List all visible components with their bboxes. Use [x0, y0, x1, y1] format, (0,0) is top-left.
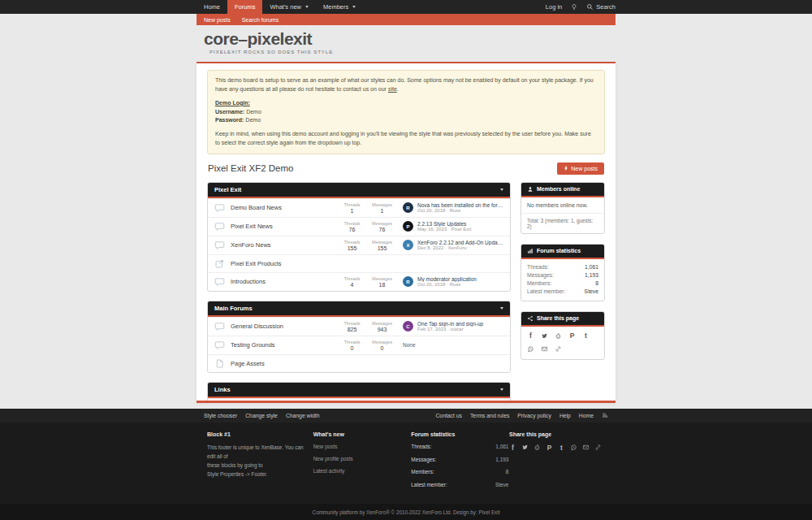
- help-link[interactable]: Help: [559, 413, 571, 418]
- external-link-icon: [214, 258, 225, 269]
- forum-name[interactable]: Demo Board News: [231, 204, 337, 211]
- messages-stat: Messages0: [367, 340, 397, 351]
- contact-us-link[interactable]: Contact us: [435, 413, 462, 418]
- tumblr-icon[interactable]: t: [558, 444, 565, 451]
- site-logo[interactable]: core–pixelexit: [204, 29, 608, 49]
- footer-block-1-title: Block #1: [207, 431, 313, 437]
- facebook-icon[interactable]: f: [509, 444, 516, 451]
- forum-name[interactable]: General Discussion: [231, 323, 337, 330]
- share-block: Share this page f P t: [520, 311, 605, 360]
- reddit-icon[interactable]: [555, 332, 562, 340]
- latest-member-link[interactable]: Steve: [585, 288, 598, 294]
- forum-row[interactable]: Pixel Exit News Threads76 Messages76 P 2…: [208, 217, 510, 236]
- forum-row[interactable]: Testing Grounds Threads0 Messages0 None: [208, 336, 510, 354]
- link-icon[interactable]: [555, 345, 562, 353]
- subnav-new-posts[interactable]: New posts: [204, 17, 231, 23]
- style-bulb-icon[interactable]: [571, 3, 577, 11]
- avatar[interactable]: R: [403, 276, 413, 287]
- threads-stat: Threads1: [337, 202, 367, 214]
- search-icon: [586, 3, 594, 11]
- nav-tab-members[interactable]: Members: [316, 0, 363, 14]
- forum-name[interactable]: Introductions: [231, 278, 337, 285]
- link-icon[interactable]: [594, 444, 602, 451]
- nav-tab-home[interactable]: Home: [197, 0, 227, 14]
- chevron-down-icon[interactable]: [500, 188, 503, 191]
- twitter-icon[interactable]: [541, 332, 548, 340]
- avatar[interactable]: R: [403, 202, 413, 213]
- nav-tab-whats-new-label: What's new: [270, 3, 301, 11]
- forum-name[interactable]: Pixel Exit Products: [231, 260, 503, 267]
- forum-row[interactable]: Introductions Threads4 Messages18 R My m…: [208, 272, 510, 291]
- rss-icon[interactable]: [602, 412, 608, 419]
- avatar[interactable]: C: [403, 321, 413, 332]
- page-file-icon: [214, 358, 225, 369]
- site-link[interactable]: site: [388, 86, 397, 92]
- footer-latest-member-link[interactable]: Steve: [495, 482, 508, 488]
- chevron-down-icon[interactable]: [500, 388, 503, 391]
- notice-paragraph-1: This demo board is setup to serve as an …: [215, 76, 597, 94]
- threads-stat: Threads76: [337, 221, 367, 232]
- nav-tab-whats-new[interactable]: What's new: [262, 0, 316, 14]
- pinterest-icon[interactable]: P: [568, 332, 576, 340]
- forum-row[interactable]: Page Assets: [208, 354, 510, 372]
- forum-name[interactable]: Testing Grounds: [231, 341, 337, 349]
- chevron-down-icon[interactable]: [500, 307, 503, 310]
- email-icon[interactable]: [541, 345, 548, 353]
- latest-thread-link[interactable]: One Tap sign-in and sign-up: [417, 321, 503, 327]
- latest-thread-link[interactable]: Nova has been installed on the forum!: [417, 202, 503, 208]
- change-style-link[interactable]: Change style: [245, 413, 278, 418]
- forum-row[interactable]: Pixel Exit Main Site: [208, 398, 510, 403]
- latest-thread-meta: Oct 20, 2018 · Russ: [417, 282, 503, 287]
- email-icon[interactable]: [582, 444, 590, 451]
- forum-statistics-title: Forum statistics: [537, 248, 581, 254]
- pinterest-icon[interactable]: P: [546, 444, 553, 451]
- forum-name[interactable]: XenForo News: [231, 241, 337, 249]
- share-title: Share this page: [537, 315, 579, 321]
- forum-row[interactable]: General Discussion Threads825 Messages94…: [208, 317, 510, 336]
- members-icon: [527, 186, 533, 193]
- subnav-search-forums[interactable]: Search forums: [242, 17, 279, 23]
- category-header[interactable]: Main Forums: [208, 301, 510, 317]
- facebook-icon[interactable]: f: [527, 332, 534, 340]
- footer-whats-new-title: What's new: [313, 431, 411, 437]
- privacy-policy-link[interactable]: Privacy policy: [517, 413, 551, 418]
- whatsapp-icon[interactable]: [527, 345, 534, 353]
- twitter-icon[interactable]: [521, 444, 529, 451]
- whatsapp-icon[interactable]: [570, 444, 577, 451]
- category-header[interactable]: Pixel Exit: [208, 183, 510, 198]
- new-posts-button[interactable]: New posts: [557, 162, 604, 175]
- forum-row[interactable]: XenForo News Threads155 Messages155 X Xe…: [208, 236, 510, 254]
- avatar[interactable]: X: [403, 240, 413, 250]
- change-width-link[interactable]: Change width: [286, 413, 320, 418]
- stat-row: Members:8: [521, 280, 604, 288]
- nav-tab-forums-label: Forums: [235, 3, 255, 11]
- sub-nav: New posts Search forums: [197, 14, 615, 25]
- terms-rules-link[interactable]: Terms and rules: [470, 413, 509, 418]
- nav-tab-forums[interactable]: Forums: [227, 0, 262, 14]
- search-button[interactable]: Search: [586, 3, 615, 11]
- footer-latest-activity-link[interactable]: Latest activity: [313, 468, 411, 474]
- home-link[interactable]: Home: [579, 413, 594, 418]
- reddit-icon[interactable]: [533, 444, 541, 451]
- avatar[interactable]: P: [403, 221, 413, 232]
- forum-row[interactable]: Pixel Exit Products: [208, 254, 510, 272]
- login-link[interactable]: Log in: [546, 3, 562, 11]
- tumblr-icon[interactable]: t: [582, 332, 590, 340]
- latest-thread-link[interactable]: My moderator application: [417, 276, 503, 282]
- forum-row[interactable]: Demo Board News Threads1 Messages1 R Nov…: [208, 198, 510, 217]
- forum-name[interactable]: Page Assets: [231, 360, 503, 367]
- category-header[interactable]: Links: [208, 383, 510, 398]
- latest-thread-link[interactable]: XenForo 2.2.12 and Add-On Updates ...: [417, 240, 503, 245]
- category-title: Pixel Exit: [214, 186, 241, 193]
- forum-bubble-icon: [214, 276, 225, 287]
- header-band: core–pixelexit PIXELEXIT ROCKS SO DOES T…: [0, 25, 812, 63]
- latest-thread-meta: May 16, 2023 · Pixel Exit: [417, 227, 503, 232]
- chevron-down-icon: [305, 6, 309, 8]
- style-chooser-link[interactable]: Style chooser: [204, 413, 237, 418]
- forum-name[interactable]: Pixel Exit News: [231, 223, 337, 230]
- category-title: Links: [214, 386, 231, 393]
- footer-new-profile-posts-link[interactable]: New profile posts: [313, 456, 411, 462]
- latest-thread-link[interactable]: 2.2.13 Style Updates: [417, 221, 503, 227]
- footer-block-1-text: This footer is unique to XenBase. You ca…: [207, 444, 313, 479]
- footer-new-posts-link[interactable]: New posts: [313, 444, 411, 449]
